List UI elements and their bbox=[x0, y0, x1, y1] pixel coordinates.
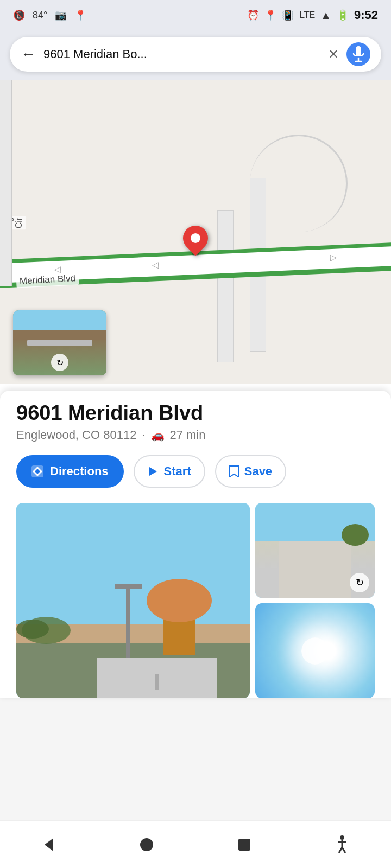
action-row: Directions Start Save bbox=[16, 455, 375, 488]
svg-line-13 bbox=[339, 847, 342, 853]
battery-icon: 🔋 bbox=[337, 9, 349, 21]
svg-point-8 bbox=[140, 838, 153, 851]
map-pin[interactable] bbox=[183, 226, 208, 256]
location-icon: 📍 bbox=[264, 9, 276, 21]
svg-line-14 bbox=[342, 847, 345, 853]
road-mark bbox=[155, 674, 159, 690]
vibrate-icon: 📳 bbox=[282, 9, 294, 21]
start-icon bbox=[148, 466, 159, 477]
save-icon bbox=[229, 465, 239, 477]
nav-back-icon bbox=[41, 837, 56, 852]
nav-bar bbox=[0, 820, 391, 868]
sun bbox=[301, 637, 329, 665]
thumb-road bbox=[27, 340, 92, 346]
search-input-text[interactable]: 9601 Meridian Bo... bbox=[43, 47, 320, 61]
photo-tree bbox=[163, 606, 195, 655]
road-label: Meridian Blvd bbox=[16, 272, 79, 288]
side-tree bbox=[342, 524, 369, 546]
map-road-curve bbox=[250, 135, 348, 232]
search-bar-container: ← 9601 Meridian Bo... ✕ bbox=[0, 30, 391, 80]
svg-point-10 bbox=[340, 835, 344, 840]
status-right-icons: ⏰ 📍 📳 LTE ▲ 🔋 9:52 bbox=[247, 8, 378, 22]
place-address: Englewood, CO 80112 bbox=[16, 428, 136, 442]
nav-accessibility-button[interactable] bbox=[320, 828, 364, 861]
svg-rect-0 bbox=[356, 46, 361, 56]
bottom-sheet: 9601 Meridian Blvd Englewood, CO 80112 ·… bbox=[0, 391, 391, 698]
status-bar: 📵 84° 📷 📍 ⏰ 📍 📳 LTE ▲ 🔋 9:52 bbox=[0, 0, 391, 30]
road-arrow-3: ▷ bbox=[330, 252, 337, 263]
status-time: 9:52 bbox=[354, 8, 378, 22]
maps-location-icon: 📍 bbox=[74, 9, 86, 21]
phone-icon: 📵 bbox=[13, 9, 25, 21]
road-arrow-2: ◁ bbox=[152, 260, 159, 271]
nav-recent-icon bbox=[237, 837, 252, 852]
instagram-icon: 📷 bbox=[55, 9, 67, 21]
map-area[interactable]: ◁ ◁ ▷ Meridian Blvd Ciring ↻ bbox=[0, 80, 391, 384]
side-road bbox=[279, 541, 351, 598]
nav-recent-button[interactable] bbox=[223, 828, 266, 861]
photo-side-bottom[interactable] bbox=[255, 603, 375, 698]
photo-main-image bbox=[16, 503, 250, 698]
signal-icon: ▲ bbox=[320, 9, 331, 22]
photo-bush-2 bbox=[16, 620, 49, 639]
photo-streetlight bbox=[126, 584, 130, 660]
status-left-icons: 📵 84° 📷 📍 bbox=[13, 9, 86, 21]
map-road-left-v bbox=[0, 80, 12, 286]
start-button[interactable]: Start bbox=[134, 455, 205, 488]
nav-back-button[interactable] bbox=[27, 828, 71, 861]
photo-side-top[interactable]: ↻ bbox=[255, 503, 375, 598]
thumb-ground bbox=[13, 330, 106, 340]
side-refresh-icon[interactable]: ↻ bbox=[350, 573, 369, 592]
photo-road bbox=[97, 658, 217, 698]
search-clear-button[interactable]: ✕ bbox=[328, 47, 339, 62]
search-back-button[interactable]: ← bbox=[21, 46, 36, 63]
drive-separator: · bbox=[142, 428, 145, 442]
drive-time: 27 min bbox=[170, 428, 206, 442]
save-button[interactable]: Save bbox=[215, 455, 286, 488]
place-subtitle: Englewood, CO 80112 · 🚗 27 min bbox=[16, 428, 375, 442]
nav-spacer bbox=[0, 698, 391, 746]
photo-side-bottom-image bbox=[255, 603, 375, 698]
pin-dot bbox=[191, 233, 200, 243]
directions-button[interactable]: Directions bbox=[16, 455, 124, 488]
photo-main[interactable] bbox=[16, 503, 250, 698]
nav-home-button[interactable] bbox=[125, 828, 168, 861]
nav-accessibility-icon bbox=[335, 835, 350, 854]
photo-side-column: ↻ bbox=[255, 503, 375, 698]
svg-marker-7 bbox=[45, 838, 53, 851]
svg-rect-9 bbox=[238, 839, 250, 851]
map-road-vertical-2 bbox=[217, 210, 234, 362]
drive-icon: 🚗 bbox=[151, 429, 165, 442]
photos-row[interactable]: ↻ bbox=[16, 503, 375, 698]
mic-icon bbox=[352, 46, 364, 62]
pin-head bbox=[178, 220, 213, 256]
streetview-thumbnail[interactable]: ↻ bbox=[13, 310, 106, 375]
directions-icon bbox=[31, 465, 43, 477]
save-label: Save bbox=[244, 464, 272, 478]
search-mic-button[interactable] bbox=[346, 42, 370, 66]
temperature: 84° bbox=[33, 10, 47, 21]
directions-label: Directions bbox=[50, 464, 109, 478]
alarm-icon: ⏰ bbox=[247, 9, 259, 21]
lte-label: LTE bbox=[299, 10, 315, 20]
place-title: 9601 Meridian Blvd bbox=[16, 391, 375, 425]
search-bar[interactable]: ← 9601 Meridian Bo... ✕ bbox=[10, 37, 381, 72]
nav-home-icon bbox=[139, 837, 154, 852]
svg-marker-6 bbox=[149, 467, 157, 476]
streetview-refresh-icon[interactable]: ↻ bbox=[51, 354, 68, 371]
start-label: Start bbox=[164, 464, 191, 478]
